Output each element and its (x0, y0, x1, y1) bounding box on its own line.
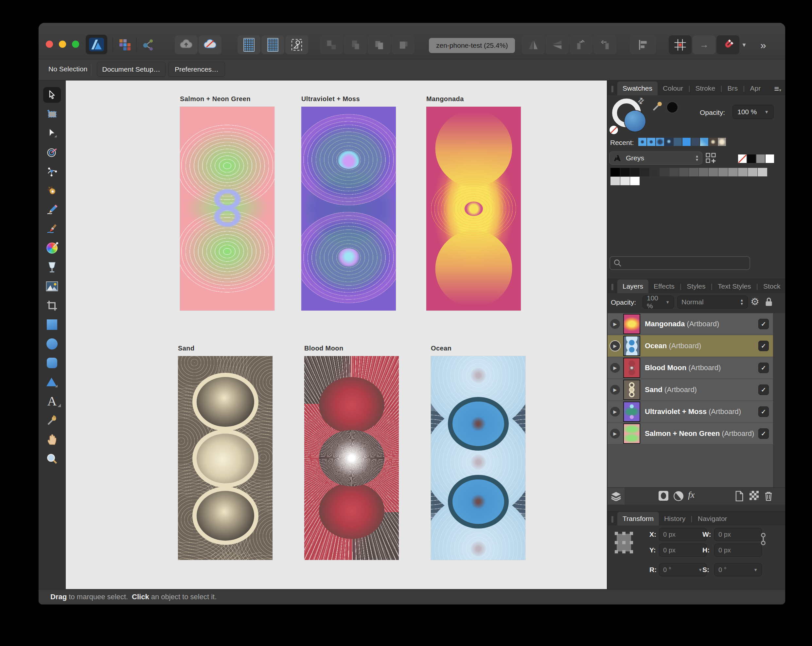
rotation-dropdown[interactable]: 0 °▼ (659, 563, 707, 576)
tab-brushes[interactable]: Brs (722, 81, 743, 95)
swatch[interactable] (748, 168, 757, 176)
flip-vertical-icon[interactable] (546, 35, 569, 54)
layer-thumbnail[interactable] (623, 314, 640, 334)
swatch[interactable] (611, 177, 620, 185)
minimize-window-button[interactable] (59, 41, 66, 48)
tab-navigator[interactable]: Navigator (693, 512, 733, 525)
artboard-label[interactable]: Blood Moon (304, 345, 399, 353)
toolbar-overflow-icon[interactable]: » (760, 39, 766, 51)
tab-transform[interactable]: Transform (617, 512, 659, 525)
preferences-button[interactable]: Preferences… (168, 62, 225, 77)
tab-stock[interactable]: Stock (758, 279, 785, 293)
h-field[interactable]: 0 px (714, 544, 762, 557)
affinity-designer-app-icon[interactable] (86, 35, 107, 54)
anchor-point-selector[interactable] (614, 530, 634, 555)
swatch[interactable] (728, 168, 738, 176)
layer-row-ocean[interactable]: ▶ Ocean (Artboard) ✓ (607, 335, 785, 357)
rotate-ccw-icon[interactable] (569, 35, 592, 54)
layer-row-salmon-neon-green[interactable]: ▶ Salmon + Neon Green (Artboard) ✓ (607, 423, 785, 445)
move-by-whole-pixels-icon[interactable]: → (693, 35, 716, 54)
swatch[interactable] (630, 177, 640, 185)
tab-stroke[interactable]: Stroke (690, 81, 720, 95)
fine-grid-icon[interactable] (261, 35, 284, 54)
opacity-dropdown[interactable]: 100 %▼ (733, 105, 774, 119)
swatch[interactable] (738, 168, 748, 176)
artboard-mangonada[interactable] (426, 107, 521, 310)
disclosure-triangle-icon[interactable]: ▶ (610, 385, 620, 395)
move-tool-button[interactable] (43, 87, 61, 103)
pixel-grid-icon[interactable] (238, 35, 260, 54)
view-tool-button[interactable] (43, 432, 61, 447)
tab-text-styles[interactable]: Text Styles (713, 279, 756, 293)
swatch[interactable] (647, 138, 655, 146)
place-image-tool-button[interactable] (43, 278, 61, 294)
snap-grid-icon[interactable] (669, 35, 691, 54)
layer-row-ultraviolet-moss[interactable]: ▶ Ultraviolet + Moss (Artboard) ✓ (607, 401, 785, 423)
ellipse-tool-button[interactable] (43, 336, 61, 352)
swatch-search[interactable] (609, 256, 750, 270)
visibility-checkbox[interactable]: ✓ (759, 363, 769, 373)
swatch[interactable] (756, 154, 765, 163)
swatch[interactable] (650, 168, 659, 176)
blend-mode-dropdown[interactable]: Normal▲▼ (677, 296, 748, 308)
swatch[interactable] (679, 168, 689, 176)
tab-history[interactable]: History (659, 512, 691, 525)
zoom-tool-button[interactable] (43, 451, 61, 467)
shear-dropdown[interactable]: 0 °▼ (714, 563, 762, 576)
y-field[interactable]: 0 px (659, 544, 707, 557)
no-colour-well[interactable] (609, 126, 618, 134)
snapping-magnet-icon[interactable] (716, 35, 739, 54)
layer-row-blood-moon[interactable]: ▶ Blood Moon (Artboard) ✓ (607, 357, 785, 379)
panel-grip-icon[interactable]: ∥ (611, 283, 614, 290)
alignment-icon[interactable] (630, 35, 656, 54)
cloud-upload-icon[interactable] (175, 35, 198, 54)
mask-layer-icon[interactable] (659, 491, 669, 501)
node-select-tool-button[interactable] (43, 125, 61, 141)
swatch[interactable] (620, 177, 630, 185)
disclosure-triangle-icon[interactable]: ▶ (610, 429, 620, 438)
swatch[interactable] (682, 138, 691, 146)
close-window-button[interactable] (46, 41, 53, 48)
share-nodes-icon[interactable] (139, 35, 157, 54)
swatch[interactable] (691, 138, 699, 146)
swatch[interactable] (665, 138, 673, 146)
shape-outline-icon[interactable] (285, 35, 308, 54)
disclosure-triangle-icon[interactable]: ▶ (610, 363, 620, 373)
colour-picker-tool-button[interactable] (43, 413, 61, 428)
disclosure-triangle-icon[interactable]: ▶ (610, 319, 620, 329)
artboard-label[interactable]: Sand (178, 345, 273, 353)
artboard-salmon-neon-green[interactable] (180, 107, 275, 310)
cloud-disabled-icon[interactable] (198, 35, 221, 54)
panel-grip-icon[interactable]: ∥ (611, 515, 614, 523)
search-input[interactable] (624, 259, 743, 267)
swatch[interactable] (709, 138, 717, 146)
new-layer-icon[interactable] (735, 491, 744, 501)
colour-chooser-icon[interactable] (116, 35, 133, 54)
artboard-ultraviolet-moss[interactable] (301, 107, 396, 310)
document-setup-button[interactable]: Document Setup… (97, 62, 166, 77)
artboard-label[interactable]: Ultraviolet + Moss (301, 95, 396, 104)
picked-colour-well[interactable] (667, 102, 678, 113)
snapping-options-caret[interactable]: ▼ (741, 42, 747, 49)
fill-colour-well[interactable] (624, 111, 646, 131)
artboard-label[interactable]: Ocean (431, 345, 525, 353)
swatch[interactable] (719, 168, 728, 176)
layer-opacity-dropdown[interactable]: 100 %▼ (643, 296, 674, 308)
swatch[interactable] (638, 138, 646, 146)
palette-stepper-icon[interactable]: ▲▼ (695, 154, 699, 162)
swatch[interactable] (669, 168, 679, 176)
shape-tool-button[interactable] (43, 374, 61, 390)
swatch[interactable] (674, 138, 682, 146)
canvas[interactable]: Salmon + Neon Green Ultraviolet + Moss (66, 81, 607, 589)
node-tool-button[interactable] (43, 163, 61, 179)
tab-colour[interactable]: Colour (658, 81, 688, 95)
pen-tool-button[interactable] (43, 183, 61, 199)
visibility-checkbox[interactable]: ✓ (759, 428, 769, 439)
tab-styles[interactable]: Styles (681, 279, 711, 293)
layer-row-sand[interactable]: ▶ Sand (Artboard) ✓ (607, 379, 785, 401)
transparency-tool-button[interactable] (43, 260, 61, 275)
swatch[interactable] (640, 168, 649, 176)
layer-thumbnail[interactable] (623, 423, 640, 444)
layer-thumbnail[interactable] (623, 402, 640, 422)
point-transform-tool-button[interactable] (43, 144, 61, 160)
